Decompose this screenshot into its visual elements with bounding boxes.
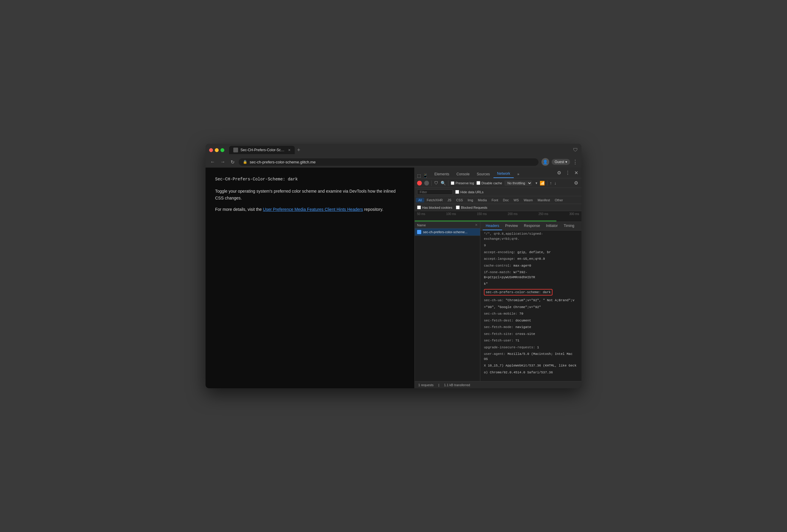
close-button[interactable]: [209, 148, 213, 152]
toolbar-separator-2: [448, 180, 448, 186]
filter-input[interactable]: [417, 190, 453, 195]
devtools-status-bar: 1 requests | 1.1 kB transferred: [415, 381, 581, 388]
page-link[interactable]: User Preference Media Features Client Hi…: [263, 207, 363, 212]
shield-icon: 🛡: [573, 147, 578, 153]
throttle-dropdown-icon: ▾: [535, 181, 537, 185]
timeline-labels: 50 ms 100 ms 150 ms 200 ms 250 ms 300 ms: [415, 211, 581, 217]
settings-icon[interactable]: ⚙: [556, 169, 562, 177]
maximize-button[interactable]: [220, 148, 224, 152]
preserve-log-input[interactable]: [451, 181, 454, 185]
new-tab-button[interactable]: +: [295, 147, 303, 153]
timeline-bar: 50 ms 100 ms 150 ms 200 ms 250 ms 300 ms: [415, 211, 581, 222]
browser-window: Sec-CH-Prefers-Color-Schem... × + 🛡 ← → …: [206, 144, 581, 388]
type-media[interactable]: Media: [475, 198, 489, 202]
type-ws[interactable]: WS: [511, 198, 521, 202]
blocked-cookies-input[interactable]: [417, 205, 421, 209]
throttle-select[interactable]: No throttling: [505, 180, 532, 186]
back-button[interactable]: ←: [209, 158, 216, 166]
file-list-pane: Name ✕ sec-ch-prefers-color-scheme...: [415, 222, 480, 381]
headers-tab-headers[interactable]: Headers: [483, 222, 502, 230]
stop-recording-button[interactable]: [424, 181, 429, 185]
header-row-accept-cont: 9: [480, 242, 581, 249]
timeline-green-bar: [415, 220, 556, 222]
network-settings-icon[interactable]: ⚙: [573, 179, 579, 187]
body2-suffix: repository.: [364, 207, 383, 212]
devtools-topbar: ⬚ 📱 Elements Console Sources Network » ⚙…: [415, 168, 581, 178]
tab-close-icon[interactable]: ×: [288, 148, 291, 152]
blocked-cookies-checkbox[interactable]: Has blocked cookies: [417, 205, 452, 209]
blocked-requests-label: Blocked Requests: [461, 206, 488, 209]
profile-button[interactable]: 👤: [541, 158, 549, 166]
disable-cache-input[interactable]: [476, 181, 480, 185]
type-js[interactable]: JS: [445, 198, 454, 202]
reload-button[interactable]: ↻: [229, 158, 236, 166]
type-manifest[interactable]: Manifest: [535, 198, 553, 202]
disable-cache-checkbox[interactable]: Disable cache: [476, 181, 502, 185]
inspect-icon[interactable]: ⬚: [417, 173, 421, 178]
devtools-tabs: ⬚ 📱 Elements Console Sources Network »: [417, 168, 523, 178]
tab-more[interactable]: »: [514, 170, 523, 178]
guest-label: Guest: [555, 160, 564, 164]
type-wasm[interactable]: Wasm: [521, 198, 535, 202]
title-bar: Sec-CH-Prefers-Color-Schem... × + 🛡: [206, 144, 581, 156]
guest-button[interactable]: Guest ▾: [552, 159, 570, 165]
timeline-label-50: 50 ms: [417, 212, 425, 216]
network-toolbar: ⛉ 🔍 Preserve log Disable cache No thrott…: [415, 178, 581, 188]
headers-tab-preview[interactable]: Preview: [502, 222, 521, 230]
type-all[interactable]: All: [416, 198, 424, 202]
blocked-bar: Has blocked cookies Blocked Requests: [415, 204, 581, 211]
search-icon[interactable]: 🔍: [441, 181, 446, 185]
filter-icon[interactable]: ⛉: [434, 181, 438, 185]
address-input[interactable]: 🔒 sec-ch-prefers-color-scheme.glitch.me: [239, 158, 538, 166]
headers-tab-initiator[interactable]: Initiator: [543, 222, 560, 230]
network-filter-bar: Hide data URLs: [415, 188, 581, 196]
preserve-log-label: Preserve log: [455, 181, 474, 185]
tab-label: Sec-CH-Prefers-Color-Schem...: [240, 148, 284, 152]
header-row-accept-language: accept-language: en-US,en;q=0.9: [480, 256, 581, 262]
headers-tabs-bar: Headers Preview Response Initiator Timin…: [480, 222, 581, 230]
type-font[interactable]: Font: [489, 198, 501, 202]
preserve-log-checkbox[interactable]: Preserve log: [451, 181, 474, 185]
headers-tab-response[interactable]: Response: [521, 222, 543, 230]
tab-elements[interactable]: Elements: [431, 170, 453, 178]
tab-sources[interactable]: Sources: [473, 170, 493, 178]
headers-tab-timing[interactable]: Timing: [560, 222, 577, 230]
record-button[interactable]: [417, 181, 422, 185]
page-content: Sec-CH-Prefers-Color-Scheme: dark Toggle…: [206, 168, 414, 388]
headers-content: */*, q=0.8,application/signed-exchange;v…: [480, 230, 581, 376]
tab-network[interactable]: Network: [493, 170, 514, 178]
header-row-user-agent-3: o) Chrome/92.0.4514.0 Safari/537.36: [480, 369, 581, 376]
blocked-requests-checkbox[interactable]: Blocked Requests: [456, 205, 488, 209]
title-bar-right: 🛡: [573, 147, 578, 153]
device-icon[interactable]: 📱: [423, 173, 428, 178]
address-text: sec-ch-prefers-color-scheme.glitch.me: [250, 160, 316, 164]
file-list-item[interactable]: sec-ch-prefers-color-scheme...: [415, 228, 480, 236]
type-img[interactable]: Img: [465, 198, 475, 202]
page-title: Sec-CH-Prefers-Color-Scheme: dark: [215, 176, 405, 182]
hide-data-urls-checkbox[interactable]: Hide data URLs: [455, 190, 484, 194]
forward-button[interactable]: →: [219, 158, 227, 166]
more-options-button[interactable]: ⋮: [573, 159, 578, 165]
tab-console[interactable]: Console: [453, 170, 473, 178]
type-css[interactable]: CSS: [454, 198, 465, 202]
header-row-sec-fetch-site: sec-fetch-site: cross-site: [480, 331, 581, 337]
hide-data-urls-input[interactable]: [455, 190, 459, 194]
header-row-user-agent: user-agent: Mozilla/5.0 (Macintosh; Inte…: [480, 351, 581, 362]
minimize-button[interactable]: [215, 148, 219, 152]
separator-bar: |: [438, 383, 439, 387]
timeline-label-200: 200 ms: [508, 212, 517, 216]
timeline-label-300: 300 ms: [569, 212, 579, 216]
download-icon: ↓: [554, 181, 556, 185]
disable-cache-label: Disable cache: [482, 181, 502, 185]
blocked-requests-input[interactable]: [456, 205, 460, 209]
devtools-more-icon[interactable]: ⋮: [565, 169, 571, 177]
requests-count: 1 requests: [418, 383, 433, 387]
tab-bar: Sec-CH-Prefers-Color-Schem... × +: [229, 146, 571, 154]
type-other[interactable]: Other: [552, 198, 565, 202]
active-tab[interactable]: Sec-CH-Prefers-Color-Schem... ×: [229, 146, 295, 154]
header-row-user-agent-2: X 10_15_7) AppleWebKit/537.36 (KHTML, li…: [480, 362, 581, 369]
type-doc[interactable]: Doc: [501, 198, 511, 202]
type-fetchxhr[interactable]: Fetch/XHR: [424, 198, 445, 202]
close-devtools-button[interactable]: ✕: [573, 169, 579, 177]
toolbar-separator-1: [431, 180, 432, 186]
